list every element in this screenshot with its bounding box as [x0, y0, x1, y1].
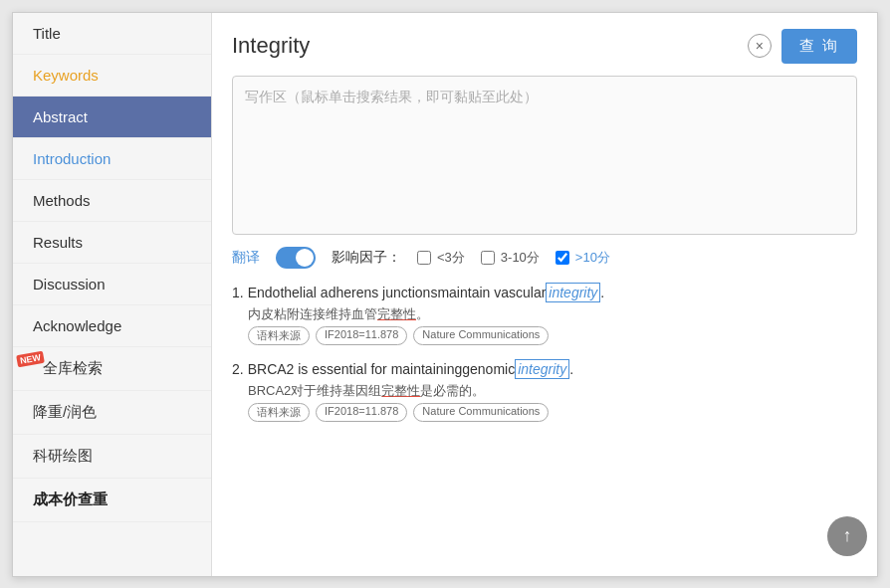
sidebar-item-keyangtu[interactable]: 科研绘图: [13, 435, 211, 479]
sidebar-item-methods[interactable]: Methods: [13, 180, 211, 222]
checkbox-lt3[interactable]: [417, 251, 431, 265]
tag-source-2: 语料来源: [248, 403, 310, 422]
tag-source-1: 语料来源: [248, 326, 310, 345]
result-2-zh: BRCA2对于维持基因组完整性是必需的。: [232, 382, 857, 400]
sidebar-item-keywords[interactable]: Keywords: [13, 55, 211, 97]
checkbox-gt10-label: >10分: [575, 249, 610, 267]
main-content: Integrity × 查 询 写作区（鼠标单击搜索结果，即可黏贴至此处） 翻译…: [212, 13, 877, 576]
result-2-zh-highlight: 完整性: [381, 383, 420, 398]
sidebar-item-quanku[interactable]: NEW 全库检索: [13, 347, 211, 391]
filter-gt10: >10分: [556, 249, 610, 267]
toggle-knob: [296, 249, 314, 267]
result-1-en-before: Endothelial adherens junctions: [248, 285, 438, 300]
sidebar-item-introduction[interactable]: Introduction: [13, 138, 211, 180]
impact-label: 影响因子：: [332, 249, 401, 267]
translate-toggle[interactable]: [276, 247, 316, 269]
result-2-en-highlight: integrity: [515, 359, 569, 379]
sidebar-item-jianzhong[interactable]: 降重/润色: [13, 391, 211, 435]
search-title: Integrity: [232, 33, 738, 59]
result-1-en-after: .: [600, 285, 604, 300]
result-2-en: 2. BRCA2 is essential for maintaining ge…: [232, 359, 857, 379]
writing-area[interactable]: 写作区（鼠标单击搜索结果，即可黏贴至此处）: [232, 76, 857, 235]
checkbox-3to10[interactable]: [481, 251, 495, 265]
result-2-en-mid: genomic: [462, 361, 515, 377]
sidebar: Title Keywords Abstract Introduction Met…: [13, 13, 212, 576]
tag-if-1: IF2018=11.878: [316, 326, 407, 345]
filter-lt3: <3分: [417, 249, 465, 267]
search-bar: Integrity × 查 询: [232, 29, 857, 64]
tag-if-2: IF2018=11.878: [316, 403, 407, 422]
sidebar-item-title[interactable]: Title: [13, 13, 211, 55]
checkbox-3to10-label: 3-10分: [501, 249, 540, 267]
result-1-number: 1.: [232, 285, 244, 300]
result-1-en-highlight: integrity: [546, 283, 600, 302]
up-arrow-icon: ↑: [843, 525, 852, 546]
sidebar-item-acknowledge[interactable]: Acknowledge: [13, 305, 211, 347]
result-item-1: 1. Endothelial adherens junctions mainta…: [232, 283, 857, 345]
query-button[interactable]: 查 询: [781, 29, 857, 64]
filter-3to10: 3-10分: [481, 249, 540, 267]
result-item-2: 2. BRCA2 is essential for maintaining ge…: [232, 359, 857, 422]
sidebar-item-chengben[interactable]: 成本价查重: [13, 479, 211, 522]
sidebar-item-results[interactable]: Results: [13, 222, 211, 264]
result-2-tags: 语料来源 IF2018=11.878 Nature Communications: [232, 403, 857, 422]
result-2-en-before: BRCA2 is essential for maintaining: [248, 361, 463, 377]
result-1-en-mid: maintain vascular: [437, 285, 546, 300]
result-2-en-after: .: [569, 361, 573, 377]
new-badge: NEW: [16, 350, 45, 367]
tag-journal-2: Nature Communications: [413, 403, 549, 422]
result-1-zh-highlight: 完整性: [377, 306, 416, 321]
result-1-en: 1. Endothelial adherens junctions mainta…: [232, 283, 857, 302]
app-container: Title Keywords Abstract Introduction Met…: [12, 12, 878, 577]
result-2-number: 2.: [232, 361, 244, 377]
close-button[interactable]: ×: [748, 34, 772, 58]
results-list: 1. Endothelial adherens junctions mainta…: [232, 283, 857, 422]
result-1-zh: 内皮粘附连接维持血管完整性。: [232, 305, 857, 323]
translate-label: 翻译: [232, 249, 260, 267]
checkbox-lt3-label: <3分: [437, 249, 465, 267]
sidebar-item-discussion[interactable]: Discussion: [13, 264, 211, 305]
filter-row: 翻译 影响因子： <3分 3-10分 >10分: [232, 247, 857, 269]
back-to-top-button[interactable]: ↑: [827, 516, 867, 556]
sidebar-item-abstract[interactable]: Abstract: [13, 97, 211, 138]
checkbox-gt10[interactable]: [556, 251, 569, 265]
tag-journal-1: Nature Communications: [413, 326, 549, 345]
result-1-tags: 语料来源 IF2018=11.878 Nature Communications: [232, 326, 857, 345]
